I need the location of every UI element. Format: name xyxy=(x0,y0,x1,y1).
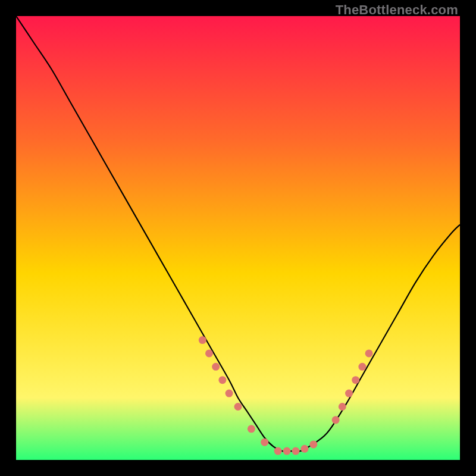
highlight-dot xyxy=(205,349,213,357)
highlight-dot xyxy=(274,447,282,455)
highlight-dot xyxy=(358,363,366,371)
highlight-dot xyxy=(226,390,233,397)
highlight-dot xyxy=(218,376,226,384)
highlight-dot xyxy=(283,447,291,455)
highlight-dot xyxy=(199,336,206,344)
highlight-dot xyxy=(248,425,255,433)
highlight-dot xyxy=(300,445,308,453)
highlight-dot xyxy=(352,376,359,384)
highlight-dot xyxy=(261,439,268,446)
highlight-dot xyxy=(234,403,242,411)
gradient-background xyxy=(16,16,460,460)
highlight-dot xyxy=(309,440,317,448)
chart-frame xyxy=(16,16,460,460)
watermark-text: TheBottleneck.com xyxy=(336,2,458,18)
highlight-dot xyxy=(332,416,340,424)
highlight-dot xyxy=(345,390,353,397)
highlight-dot xyxy=(212,363,220,371)
bottleneck-plot xyxy=(16,16,460,460)
highlight-dot xyxy=(365,349,373,357)
highlight-dot xyxy=(339,403,346,411)
highlight-dot xyxy=(292,447,299,455)
